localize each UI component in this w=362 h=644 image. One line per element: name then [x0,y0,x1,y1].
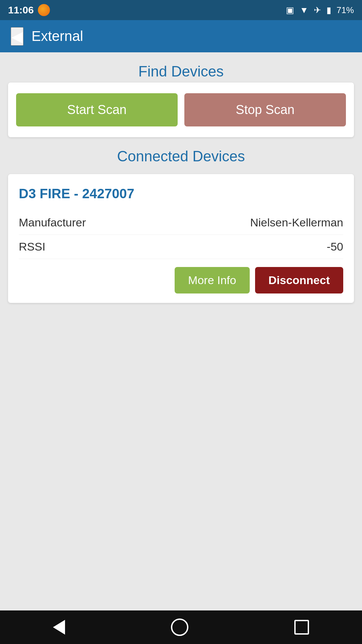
connected-devices-section: Connected Devices D3 FIRE - 2427007 Manu… [8,148,354,303]
find-devices-section: Find Devices Start Scan Stop Scan [8,63,354,137]
wifi-icon: ▼ [300,5,308,15]
nav-bar [0,610,362,644]
device-actions: More Info Disconnect [19,267,343,293]
stop-scan-button[interactable]: Stop Scan [184,93,346,126]
start-scan-button[interactable]: Start Scan [16,93,178,126]
manufacturer-label: Manufacturer [19,216,86,229]
status-bar: 11:06 ▣ ▼ ✈ ▮ 71% [0,0,362,20]
rssi-row: RSSI -50 [19,235,343,259]
firefox-icon [38,4,50,16]
status-time: 11:06 [8,4,34,16]
top-bar-title: External [32,28,83,44]
nav-recents-icon [294,620,309,635]
rssi-label: RSSI [19,240,45,253]
device-card: D3 FIRE - 2427007 Manufacturer Nielsen-K… [8,174,354,303]
nav-home-icon [171,619,188,636]
top-bar: ◀ External [0,20,362,52]
disconnect-button[interactable]: Disconnect [255,267,343,293]
rssi-value: -50 [327,240,343,253]
find-devices-title: Find Devices [8,63,354,80]
vibrate-icon: ▣ [286,5,294,15]
battery-icon: ▮ [326,5,331,15]
airplane-icon: ✈ [314,5,321,15]
manufacturer-row: Manufacturer Nielsen-Kellerman [19,211,343,235]
manufacturer-value: Nielsen-Kellerman [250,216,343,229]
connected-devices-title: Connected Devices [8,148,354,165]
nav-home-button[interactable] [171,619,188,636]
main-content: Find Devices Start Scan Stop Scan Connec… [0,52,362,610]
device-name: D3 FIRE - 2427007 [19,186,343,201]
status-right: ▣ ▼ ✈ ▮ 71% [286,5,354,15]
battery-level: 71% [337,5,354,15]
nav-recents-button[interactable] [294,620,309,635]
status-left: 11:06 [8,4,50,16]
nav-back-button[interactable] [53,620,65,635]
scan-card: Start Scan Stop Scan [8,83,354,137]
nav-back-icon [53,620,65,635]
back-button[interactable]: ◀ [11,27,23,46]
more-info-button[interactable]: More Info [175,267,250,293]
